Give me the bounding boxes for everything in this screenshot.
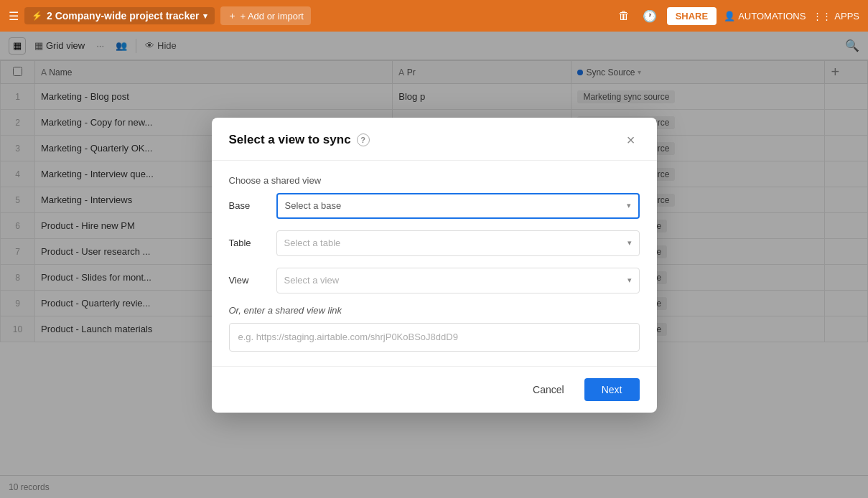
base-select[interactable]: Select a base ▾ [276, 193, 640, 219]
table-row-select: Table Select a table ▾ [229, 230, 640, 256]
topbar-right: 🗑 🕐 SHARE 👤 AUTOMATIONS ⋮⋮ APPS [615, 6, 859, 26]
base-row: Base Select a base ▾ [229, 193, 640, 219]
plus-icon: ＋ [228, 9, 237, 22]
apps-button[interactable]: ⋮⋮ APPS [813, 11, 859, 22]
content-area: ▦ ▦ Grid view ··· 👥 👁 Hide 🔍 𝖠 Name [0, 32, 868, 498]
view-select[interactable]: Select a view ▾ [276, 268, 640, 293]
help-icon[interactable]: ? [357, 133, 370, 146]
modal-footer: Cancel Next [212, 366, 657, 413]
automations-button[interactable]: 👤 AUTOMATIONS [724, 11, 806, 22]
view-select-arrow-icon: ▾ [627, 276, 632, 285]
section-label: Choose a shared view [229, 175, 640, 186]
history-icon[interactable]: 🕐 [640, 6, 660, 26]
modal-body: Choose a shared view Base Select a base … [212, 161, 657, 366]
trash-icon[interactable]: 🗑 [615, 6, 633, 25]
view-row: View Select a view ▾ [229, 268, 640, 293]
table-select[interactable]: Select a table ▾ [276, 230, 640, 256]
modal: Select a view to sync ? × Choose a share… [212, 118, 657, 413]
base-label: Base [229, 200, 265, 211]
add-import-button[interactable]: ＋ + Add or import [220, 6, 311, 25]
view-label: View [229, 275, 265, 286]
base-select-arrow-icon: ▾ [627, 201, 631, 210]
dropdown-arrow-icon: ▾ [203, 11, 207, 21]
shared-link-input[interactable] [229, 323, 640, 352]
apps-icon: ⋮⋮ [813, 11, 831, 22]
cancel-button[interactable]: Cancel [521, 378, 576, 401]
table-label: Table [229, 238, 265, 248]
menu-icon[interactable]: ☰ [9, 9, 19, 23]
share-button[interactable]: SHARE [667, 7, 717, 25]
automations-icon: 👤 [724, 11, 735, 22]
lightning-icon: ⚡ [32, 11, 42, 21]
modal-overlay: Select a view to sync ? × Choose a share… [0, 32, 868, 498]
modal-title: Select a view to sync ? [229, 133, 370, 147]
modal-close-button[interactable]: × [622, 131, 640, 150]
or-section: Or, enter a shared view link [229, 305, 640, 316]
topbar: ☰ ⚡ 2 Company-wide project tracker ▾ ＋ +… [0, 0, 868, 32]
next-button[interactable]: Next [584, 378, 640, 401]
modal-header: Select a view to sync ? × [212, 118, 657, 161]
table-select-arrow-icon: ▾ [627, 238, 632, 248]
project-title[interactable]: ⚡ 2 Company-wide project tracker ▾ [24, 7, 215, 24]
